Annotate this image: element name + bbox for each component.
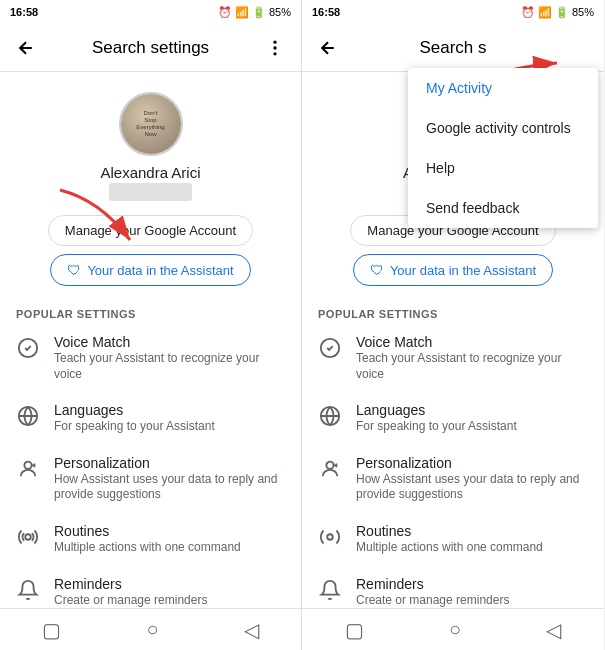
setting-routines-left[interactable]: Routines Multiple actions with one comma… <box>0 513 301 566</box>
alarm-icon: ⏰ <box>218 6 232 19</box>
status-bar-right: 16:58 ⏰ 📶 🔋 85% <box>302 0 604 24</box>
avatar-left: Don'tStopEverythingNow <box>119 92 183 156</box>
voicematch-desc-left: Teach your Assistant to recognize your v… <box>54 351 285 382</box>
reminders-icon-right <box>318 578 342 602</box>
setting-routines-right[interactable]: Routines Multiple actions with one comma… <box>302 513 604 566</box>
setting-voicematch-right[interactable]: Voice Match Teach your Assistant to reco… <box>302 324 604 392</box>
signal-icon-right: 📶 <box>538 6 552 19</box>
shield-icon-left: 🛡 <box>67 262 81 278</box>
svg-point-12 <box>326 461 333 468</box>
setting-reminders-left[interactable]: Reminders Create or manage reminders <box>0 566 301 608</box>
routines-desc-right: Multiple actions with one command <box>356 540 588 556</box>
nav-back-right[interactable]: ◁ <box>546 618 561 642</box>
languages-desc-left: For speaking to your Assistant <box>54 419 285 435</box>
time-right: 16:58 <box>312 6 340 18</box>
more-button-left[interactable] <box>257 30 293 66</box>
languages-desc-right: For speaking to your Assistant <box>356 419 588 435</box>
voicematch-title-right: Voice Match <box>356 334 588 350</box>
top-bar-right: Search s <box>302 24 604 72</box>
languages-icon-right <box>318 404 342 428</box>
personalization-desc-left: How Assistant uses your data to reply an… <box>54 472 285 503</box>
reminders-desc-left: Create or manage reminders <box>54 593 285 608</box>
setting-reminders-right[interactable]: Reminders Create or manage reminders <box>302 566 604 608</box>
languages-title-right: Languages <box>356 402 588 418</box>
battery-icon-right: 🔋 <box>555 6 569 19</box>
page-title-left: Search settings <box>44 38 257 58</box>
personalization-desc-right: How Assistant uses your data to reply an… <box>356 472 588 503</box>
languages-title-left: Languages <box>54 402 285 418</box>
signal-icon: 📶 <box>235 6 249 19</box>
popular-label-right: POPULAR SETTINGS <box>302 296 604 324</box>
svg-point-13 <box>327 534 333 540</box>
reminders-icon-left <box>16 578 40 602</box>
user-name-left: Alexandra Arici <box>100 164 200 181</box>
avatar-section-left: Don'tStopEverythingNow Alexandra Arici •… <box>0 72 301 296</box>
reminders-title-right: Reminders <box>356 576 588 592</box>
personalization-title-left: Personalization <box>54 455 285 471</box>
setting-languages-left[interactable]: Languages For speaking to your Assistant <box>0 392 301 445</box>
svg-point-6 <box>25 534 31 540</box>
shield-icon-right: 🛡 <box>370 262 384 278</box>
nav-square-right[interactable]: ▢ <box>345 618 364 642</box>
routines-icon-left <box>16 525 40 549</box>
dropdown-menu: My Activity Google activity controls Hel… <box>408 68 598 228</box>
settings-list-left: POPULAR SETTINGS Voice Match Teach your … <box>0 296 301 608</box>
voicematch-title-left: Voice Match <box>54 334 285 350</box>
svg-point-2 <box>273 52 276 55</box>
personalization-title-right: Personalization <box>356 455 588 471</box>
svg-point-5 <box>24 461 31 468</box>
nav-circle-right[interactable]: ○ <box>449 618 461 641</box>
routines-desc-left: Multiple actions with one command <box>54 540 285 556</box>
setting-personalization-right[interactable]: Personalization How Assistant uses your … <box>302 445 604 513</box>
routines-title-left: Routines <box>54 523 285 539</box>
battery-pct-right: 85% <box>572 6 594 18</box>
assistant-data-button-right[interactable]: 🛡 Your data in the Assistant <box>353 254 553 286</box>
manage-account-button-left[interactable]: Manage your Google Account <box>48 215 253 246</box>
user-email-left: •••••••••••••••• <box>109 183 192 201</box>
personalization-icon-right <box>318 457 342 481</box>
dropdown-help[interactable]: Help <box>408 148 598 188</box>
back-button-right[interactable] <box>310 30 346 66</box>
alarm-icon-right: ⏰ <box>521 6 535 19</box>
left-panel: 16:58 ⏰ 📶 🔋 85% Search settings Don'tSto… <box>0 0 302 650</box>
dropdown-activity-controls[interactable]: Google activity controls <box>408 108 598 148</box>
time-left: 16:58 <box>10 6 38 18</box>
dropdown-send-feedback[interactable]: Send feedback <box>408 188 598 228</box>
popular-label-left: POPULAR SETTINGS <box>0 296 301 324</box>
svg-point-0 <box>273 40 276 43</box>
page-title-right: Search s <box>346 38 560 58</box>
setting-personalization-left[interactable]: Personalization How Assistant uses your … <box>0 445 301 513</box>
assistant-data-button-left[interactable]: 🛡 Your data in the Assistant <box>50 254 250 286</box>
status-icons-left: ⏰ 📶 🔋 85% <box>218 6 291 19</box>
voicematch-icon-right <box>318 336 342 360</box>
voicematch-desc-right: Teach your Assistant to recognize your v… <box>356 351 588 382</box>
reminders-desc-right: Create or manage reminders <box>356 593 588 608</box>
nav-back-left[interactable]: ◁ <box>244 618 259 642</box>
right-panel: 16:58 ⏰ 📶 🔋 85% Search s My Activity Goo… <box>302 0 604 650</box>
nav-square-left[interactable]: ▢ <box>42 618 61 642</box>
dropdown-my-activity[interactable]: My Activity <box>408 68 598 108</box>
personalization-icon-left <box>16 457 40 481</box>
status-bar-left: 16:58 ⏰ 📶 🔋 85% <box>0 0 301 24</box>
routines-title-right: Routines <box>356 523 588 539</box>
status-icons-right: ⏰ 📶 🔋 85% <box>521 6 594 19</box>
nav-bar-left: ▢ ○ ◁ <box>0 608 301 650</box>
nav-circle-left[interactable]: ○ <box>146 618 158 641</box>
languages-icon-left <box>16 404 40 428</box>
back-button-left[interactable] <box>8 30 44 66</box>
settings-list-right: POPULAR SETTINGS Voice Match Teach your … <box>302 296 604 608</box>
battery-icon: 🔋 <box>252 6 266 19</box>
setting-voicematch-left[interactable]: Voice Match Teach your Assistant to reco… <box>0 324 301 392</box>
setting-languages-right[interactable]: Languages For speaking to your Assistant <box>302 392 604 445</box>
svg-point-1 <box>273 46 276 49</box>
nav-bar-right: ▢ ○ ◁ <box>302 608 604 650</box>
battery-pct-left: 85% <box>269 6 291 18</box>
reminders-title-left: Reminders <box>54 576 285 592</box>
top-bar-left: Search settings <box>0 24 301 72</box>
routines-icon-right <box>318 525 342 549</box>
voicematch-icon-left <box>16 336 40 360</box>
